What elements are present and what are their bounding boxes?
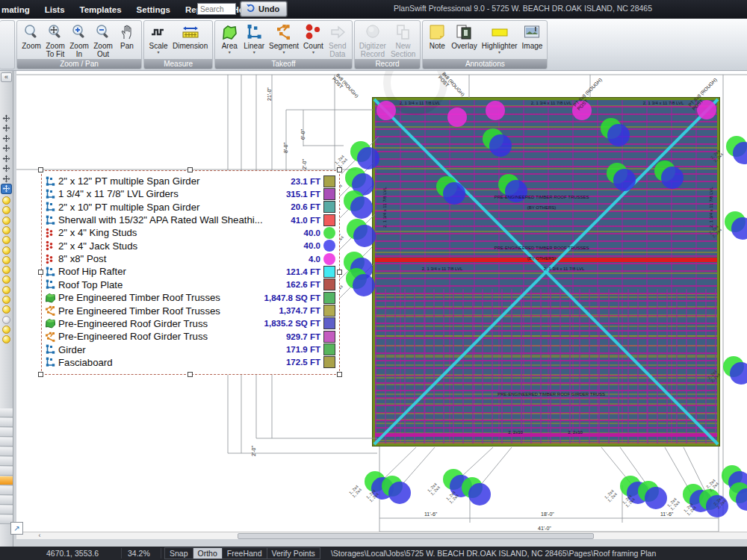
visibility-bulb-icon[interactable] bbox=[2, 335, 10, 343]
highlighter-button[interactable]: Highlighter▾ bbox=[480, 22, 520, 55]
visibility-bulb-icon[interactable] bbox=[2, 305, 10, 314]
visibility-bulb-icon[interactable] bbox=[2, 256, 10, 264]
legend-item-row[interactable]: Roof Top Plate162.6 FT bbox=[42, 279, 339, 291]
legend-item-row[interactable]: Pre Engineered Timber Roof Trusses1,847.… bbox=[42, 291, 339, 304]
takeoff-legend[interactable]: 2" x 12" PT multiple Span Girder23.1 FT1… bbox=[41, 170, 340, 375]
visibility-bulb-icon[interactable] bbox=[2, 276, 10, 284]
collapse-panel-button[interactable]: « bbox=[1, 72, 12, 82]
docked-panel-edge[interactable] bbox=[0, 476, 13, 485]
docked-panel-edge[interactable] bbox=[0, 438, 13, 447]
toggle-ortho[interactable]: Ortho bbox=[193, 547, 223, 559]
image-button[interactable]: Image bbox=[520, 22, 545, 51]
docked-panel-edge[interactable] bbox=[0, 486, 13, 495]
docked-panel-edge[interactable] bbox=[0, 496, 13, 505]
move-tool-icon[interactable] bbox=[1, 184, 11, 193]
zoom-button[interactable]: Zoom bbox=[19, 22, 43, 51]
planswift-window: matingListsTemplatesSettingsReportsHelp … bbox=[0, 0, 747, 560]
selection-handle[interactable] bbox=[38, 167, 43, 172]
scale-button[interactable]: Scale▾ bbox=[146, 22, 170, 55]
dimension-button[interactable]: Dimension bbox=[170, 22, 210, 51]
visibility-bulb-icon[interactable] bbox=[2, 296, 10, 304]
selection-handle[interactable] bbox=[187, 372, 193, 377]
overlay-button[interactable]: Overlay bbox=[449, 22, 479, 51]
legend-item-value: 315.1 FT bbox=[286, 190, 320, 199]
ribbon-group-takeoff: Area▾Linear▾Segment▾Count▾Send DataTakeo… bbox=[214, 20, 353, 69]
legend-item-row[interactable]: Fasciaboard172.5 FT bbox=[42, 356, 339, 369]
visibility-bulb-icon[interactable] bbox=[2, 206, 10, 214]
selection-handle[interactable] bbox=[337, 372, 342, 377]
legend-item-row[interactable]: Pre-Engineered Roof Girder Truss929.7 FT bbox=[42, 330, 339, 343]
zoom-to-fit-button[interactable]: Zoom To Fit bbox=[43, 22, 67, 59]
selection-handle[interactable] bbox=[187, 167, 193, 172]
visibility-bulb-icon[interactable] bbox=[2, 196, 10, 205]
visibility-bulb-icon[interactable] bbox=[2, 217, 10, 225]
chevron-down-icon[interactable]: ▾ bbox=[229, 51, 231, 55]
visibility-bulb-icon[interactable] bbox=[2, 316, 10, 324]
legend-item-row[interactable]: 2" x 10" PT multiple Span Girder20.6 FT bbox=[42, 201, 339, 214]
visibility-bulb-icon[interactable] bbox=[2, 326, 10, 334]
toggle-verify-points[interactable]: Verify Points bbox=[267, 547, 320, 559]
linear-button[interactable]: Linear▾ bbox=[241, 22, 267, 55]
pan-button[interactable]: Pan bbox=[115, 22, 139, 51]
legend-item-row[interactable]: Pre Engineered Timber Roof Trusses1,374.… bbox=[42, 305, 339, 317]
menu-item-settings[interactable]: Settings bbox=[129, 5, 178, 14]
legend-item-row[interactable]: 2" x 4" Jack Studs40.0 bbox=[42, 240, 339, 252]
fit-view-button[interactable]: ↗ bbox=[10, 522, 23, 535]
move-tool-icon[interactable] bbox=[1, 164, 11, 173]
docked-panel-edge[interactable] bbox=[0, 447, 13, 456]
docked-panel-edge[interactable] bbox=[0, 408, 13, 417]
visibility-bulb-icon[interactable] bbox=[2, 266, 10, 274]
visibility-bulb-icon[interactable] bbox=[2, 236, 10, 244]
menu-item-lists[interactable]: Lists bbox=[37, 5, 72, 14]
menu-item-mating[interactable]: mating bbox=[0, 5, 37, 14]
toggle-freehand[interactable]: FreeHand bbox=[223, 547, 267, 559]
selection-handle[interactable] bbox=[337, 270, 342, 275]
chevron-down-icon[interactable]: ▾ bbox=[253, 51, 255, 55]
chevron-down-icon[interactable]: ▾ bbox=[283, 51, 285, 55]
segment-button[interactable]: Segment▾ bbox=[267, 22, 301, 55]
scrollbar-thumb[interactable] bbox=[238, 533, 594, 539]
legend-item-row[interactable]: Sherwall with 15/32" APA Rated Wall Shea… bbox=[42, 214, 339, 226]
docked-panel-edge[interactable] bbox=[0, 457, 13, 466]
chevron-down-icon[interactable]: ▾ bbox=[157, 51, 159, 55]
move-tool-icon[interactable] bbox=[1, 154, 11, 163]
horizontal-scrollbar[interactable]: ‹ bbox=[16, 532, 747, 539]
legend-item-row[interactable]: 1 3/4" x 11 7/8" LVL Girders315.1 FT bbox=[42, 187, 339, 200]
area-icon bbox=[220, 22, 239, 42]
selection-handle[interactable] bbox=[38, 270, 43, 275]
selection-handle[interactable] bbox=[38, 372, 43, 377]
docked-panel-edge[interactable] bbox=[0, 505, 13, 514]
move-tool-icon[interactable] bbox=[1, 124, 11, 133]
legend-item-row[interactable]: Roof Hip Rafter121.4 FT bbox=[42, 265, 339, 278]
toggle-snap[interactable]: Snap bbox=[164, 547, 193, 559]
legend-item-row[interactable]: 2" x 4" King Studs40.0 bbox=[42, 226, 339, 239]
move-tool-icon[interactable] bbox=[1, 134, 11, 143]
legend-item-row[interactable]: 8" x8" Post4.0 bbox=[42, 252, 339, 265]
legend-item-row[interactable]: Girder171.9 FT bbox=[42, 343, 339, 356]
docked-panel-edge[interactable] bbox=[0, 428, 13, 437]
zoom-out-button[interactable]: Zoom Out bbox=[91, 22, 115, 59]
plan-canvas[interactable]: 1, 2x41, 2x41, 2x41, 2x41, 2x41, 2x41, 2… bbox=[16, 71, 747, 539]
chevron-down-icon[interactable]: ▾ bbox=[312, 51, 314, 55]
selection-handle[interactable] bbox=[337, 167, 342, 172]
snap-toggles: SnapOrthoFreeHandVerify Points bbox=[164, 547, 320, 559]
docked-panel-edge[interactable] bbox=[0, 418, 13, 427]
menu-item-templates[interactable]: Templates bbox=[72, 5, 129, 14]
move-tool-icon[interactable] bbox=[1, 174, 11, 183]
undo-button[interactable]: Undo bbox=[241, 1, 287, 16]
visibility-bulb-icon[interactable] bbox=[2, 246, 10, 255]
chevron-down-icon[interactable]: ▾ bbox=[498, 51, 500, 55]
legend-item-row[interactable]: Pre-Engineered Roof Girder Truss1,835.2 … bbox=[42, 317, 339, 330]
visibility-bulb-icon[interactable] bbox=[2, 226, 10, 234]
visibility-bulb-icon[interactable] bbox=[2, 286, 10, 294]
scroll-left-arrow[interactable]: ‹ bbox=[34, 532, 45, 539]
search-input[interactable] bbox=[197, 3, 236, 15]
legend-item-row[interactable]: 2" x 12" PT multiple Span Girder23.1 FT bbox=[42, 175, 339, 187]
zoom-in-button[interactable]: Zoom In bbox=[67, 22, 91, 59]
move-tool-icon[interactable] bbox=[1, 144, 11, 153]
docked-panel-edge[interactable] bbox=[0, 467, 13, 476]
area-button[interactable]: Area▾ bbox=[217, 22, 241, 55]
move-tool-icon[interactable] bbox=[1, 113, 11, 122]
count-button[interactable]: Count▾ bbox=[301, 22, 326, 55]
note-button[interactable]: Note bbox=[425, 22, 449, 51]
